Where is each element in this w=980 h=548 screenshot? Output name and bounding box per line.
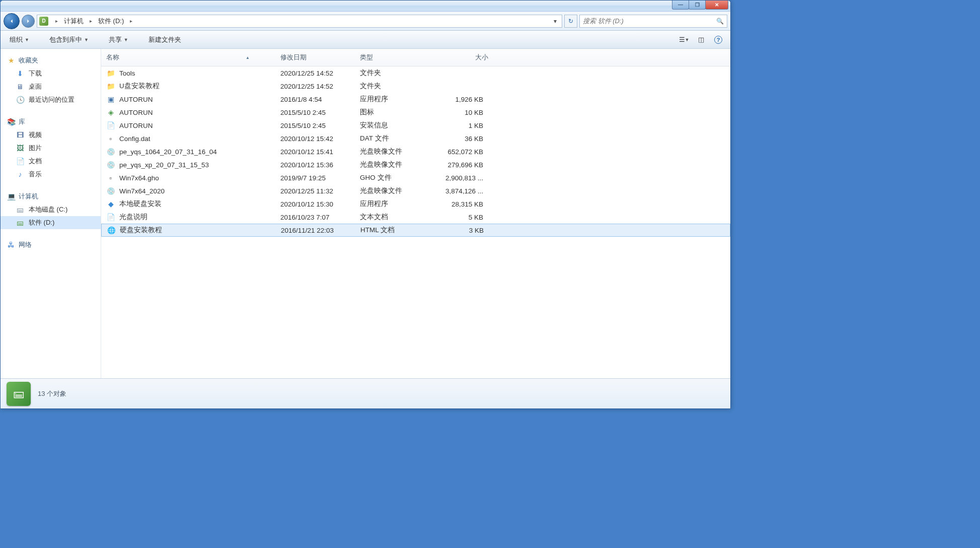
sidebar-libraries-header[interactable]: 📚 库 — [1, 115, 101, 128]
back-button[interactable] — [4, 13, 20, 29]
file-date-cell: 2016/11/21 22:03 — [276, 226, 355, 235]
file-date-cell: 2020/10/12 15:36 — [275, 160, 355, 170]
sidebar-item-documents[interactable]: 📄 文档 — [1, 155, 101, 168]
chevron-right-icon: ▸ — [128, 17, 134, 25]
sidebar-item-drive-d[interactable]: 🖴 软件 (D:) — [1, 216, 101, 229]
view-mode-button[interactable]: ☰ ▼ — [678, 34, 690, 46]
chevron-right-icon: ▸ — [88, 17, 94, 25]
file-size-cell: 5 KB — [433, 213, 494, 222]
sidebar-network-header[interactable]: 🖧 网络 — [1, 238, 101, 251]
html-file-icon: 🌐 — [107, 226, 116, 235]
include-label: 包含到库中 — [49, 35, 82, 44]
titlebar: — ❐ ✕ — [1, 1, 730, 12]
file-name-cell: ▣AUTORUN — [101, 94, 275, 105]
file-name-label: Win7x64_2020 — [119, 187, 165, 195]
file-row[interactable]: ◆本地硬盘安装2020/10/12 15:30应用程序28,315 KB — [101, 197, 730, 211]
file-list-pane[interactable]: 名称 ▲ 修改日期 类型 大小 📁Tools2020/12/25 14:52文件… — [101, 49, 730, 378]
file-date-cell: 2020/10/12 15:30 — [275, 199, 355, 209]
file-name-cell: 📁Tools — [101, 67, 275, 79]
sidebar-item-videos[interactable]: 🎞 视频 — [1, 128, 101, 142]
chevron-down-icon: ▼ — [124, 37, 128, 42]
file-row[interactable]: ◈AUTORUN2015/5/10 2:45图标10 KB — [101, 106, 730, 119]
help-icon: ? — [714, 36, 722, 44]
document-icon: 📄 — [16, 157, 25, 166]
column-header-date[interactable]: 修改日期 — [275, 52, 355, 63]
file-name-label: 本地硬盘安装 — [119, 199, 162, 209]
column-header-name[interactable]: 名称 ▲ — [101, 52, 275, 63]
sidebar-libraries-group: 📚 库 🎞 视频 🖼 图片 📄 文档 ♪ 音乐 — [1, 115, 101, 181]
sidebar-item-pictures[interactable]: 🖼 图片 — [1, 142, 101, 155]
file-row[interactable]: 💿Win7x64_20202020/12/25 11:32光盘映像文件3,874… — [101, 184, 730, 197]
forward-button[interactable] — [22, 15, 35, 28]
file-row[interactable]: 📁U盘安装教程2020/12/25 14:52文件夹 — [101, 80, 730, 93]
sidebar-computer-header[interactable]: 💻 计算机 — [1, 190, 101, 203]
file-size-cell: 652,072 KB — [433, 147, 494, 157]
file-size-cell: 28,315 KB — [433, 199, 494, 209]
sidebar-item-desktop[interactable]: 🖥 桌面 — [1, 80, 101, 93]
sidebar-item-music[interactable]: ♪ 音乐 — [1, 168, 101, 181]
file-type-cell: 文件夹 — [355, 81, 433, 92]
search-input[interactable] — [583, 17, 716, 25]
file-type-cell: DAT 文件 — [355, 133, 433, 144]
file-name-label: pe_yqs_1064_20_07_31_16_04 — [119, 148, 217, 156]
sidebar-item-label: 本地磁盘 (C:) — [29, 205, 67, 214]
text-file-icon: 📄 — [106, 213, 115, 222]
recent-icon: 🕓 — [16, 95, 25, 104]
preview-pane-button[interactable]: ◫ — [695, 34, 707, 46]
help-button[interactable]: ? — [712, 34, 724, 46]
file-date-cell: 2016/1/8 4:54 — [275, 95, 355, 104]
address-bar[interactable]: D ▸ 计算机 ▸ 软件 (D:) ▸ ▾ — [37, 15, 562, 28]
column-header-size[interactable]: 大小 — [433, 52, 494, 63]
file-row[interactable]: 📄光盘说明2016/10/23 7:07文本文档5 KB — [101, 211, 730, 224]
sidebar-item-label: 软件 (D:) — [29, 218, 54, 227]
file-name-cell: ◆本地硬盘安装 — [101, 198, 275, 210]
sidebar-item-label: 音乐 — [29, 170, 42, 179]
video-icon: 🎞 — [16, 130, 25, 140]
file-row[interactable]: 💿pe_yqs_1064_20_07_31_16_042020/10/12 15… — [101, 145, 730, 158]
toolbar: 组织 ▼ 包含到库中 ▼ 共享 ▼ 新建文件夹 ☰ ▼ ◫ ? — [1, 31, 730, 49]
breadcrumb-item-computer[interactable]: 计算机 — [62, 16, 86, 27]
close-button[interactable]: ✕ — [705, 1, 728, 10]
toolbar-right: ☰ ▼ ◫ ? — [678, 34, 724, 46]
file-size-cell — [433, 85, 494, 87]
new-folder-button[interactable]: 新建文件夹 — [145, 33, 184, 46]
minimize-button[interactable]: — — [672, 1, 689, 10]
file-type-cell: 应用程序 — [355, 94, 433, 105]
sidebar-item-recent[interactable]: 🕓 最近访问的位置 — [1, 93, 101, 106]
include-library-button[interactable]: 包含到库中 ▼ — [46, 33, 92, 46]
sidebar-item-drive-c[interactable]: 🖴 本地磁盘 (C:) — [1, 203, 101, 216]
organize-label: 组织 — [10, 35, 23, 44]
sidebar-item-label: 视频 — [29, 130, 42, 140]
chevron-down-icon: ▼ — [84, 37, 89, 42]
address-dropdown[interactable]: ▾ — [551, 18, 560, 25]
file-type-cell: HTML 文档 — [355, 225, 434, 236]
maximize-button[interactable]: ❐ — [689, 1, 706, 10]
file-row[interactable]: ▫Win7x64.gho2019/9/7 19:25GHO 文件2,900,81… — [101, 171, 730, 184]
sidebar-item-downloads[interactable]: ⬇ 下载 — [1, 67, 101, 80]
column-header-type[interactable]: 类型 — [355, 52, 433, 63]
file-size-cell: 2,900,813 ... — [433, 173, 494, 183]
file-row[interactable]: ▫Config.dat2020/10/12 15:42DAT 文件36 KB — [101, 132, 730, 145]
breadcrumb-item-drive[interactable]: 软件 (D:) — [96, 16, 126, 27]
library-icon: 📚 — [7, 117, 16, 126]
sidebar-favorites-header[interactable]: ★ 收藏夹 — [1, 54, 101, 67]
music-icon: ♪ — [16, 170, 25, 179]
file-row[interactable]: 🌐硬盘安装教程2016/11/21 22:03HTML 文档3 KB — [101, 224, 730, 237]
sidebar-item-label: 下载 — [29, 69, 42, 78]
file-name-cell: 📄光盘说明 — [101, 212, 275, 223]
disc-image-icon: 💿 — [106, 186, 115, 195]
column-headers: 名称 ▲ 修改日期 类型 大小 — [101, 49, 730, 66]
file-row[interactable]: ▣AUTORUN2016/1/8 4:54应用程序1,926 KB — [101, 93, 730, 106]
refresh-button[interactable]: ↻ — [564, 15, 577, 28]
file-row[interactable]: 📄AUTORUN2015/5/10 2:45安装信息1 KB — [101, 119, 730, 132]
file-size-cell: 3,874,126 ... — [433, 186, 494, 196]
file-icon: ▫ — [106, 134, 115, 143]
share-button[interactable]: 共享 ▼ — [106, 33, 131, 46]
picture-icon: 🖼 — [16, 144, 25, 153]
body-area: ★ 收藏夹 ⬇ 下载 🖥 桌面 🕓 最近访问的位置 📚 — [1, 49, 730, 378]
file-type-cell: 应用程序 — [355, 198, 433, 210]
file-row[interactable]: 💿pe_yqs_xp_20_07_31_15_532020/10/12 15:3… — [101, 158, 730, 171]
file-row[interactable]: 📁Tools2020/12/25 14:52文件夹 — [101, 66, 730, 80]
organize-button[interactable]: 组织 ▼ — [7, 33, 32, 46]
search-icon[interactable]: 🔍 — [716, 18, 724, 25]
